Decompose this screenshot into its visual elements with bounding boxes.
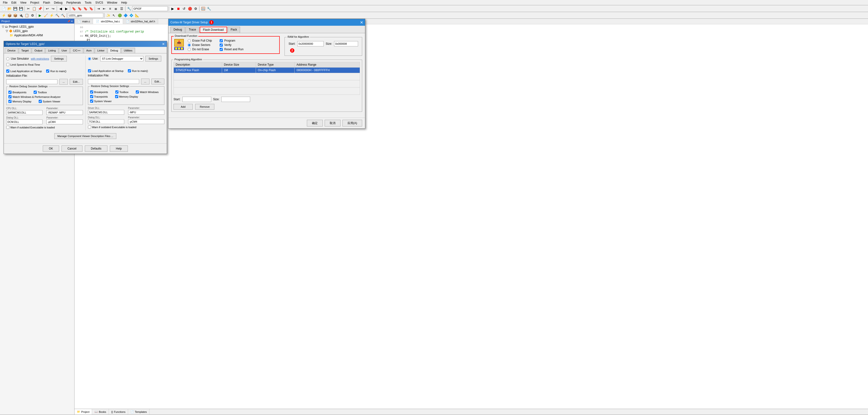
comp7-btn[interactable]: 🟢 xyxy=(117,13,122,18)
cut-btn[interactable]: ✂ xyxy=(26,6,31,11)
options-close-btn[interactable]: ✕ xyxy=(162,42,165,46)
format-btn[interactable]: ≡ xyxy=(107,6,113,11)
cortex-dialog[interactable]: Cortex-M Target Driver Setup 1 ✕ Debug T… xyxy=(168,19,365,129)
bookmark4-btn[interactable]: 🔖 xyxy=(88,6,94,11)
load-app2-check[interactable]: Load Application at Startup xyxy=(88,69,124,72)
options-tab-output[interactable]: Output xyxy=(32,48,45,53)
use-debugger-radio-input[interactable] xyxy=(88,57,91,60)
tab-hal-c[interactable]: 📄 stm32f4xx_hal.c xyxy=(93,19,123,24)
load-app-check[interactable]: Load Application at Startup xyxy=(6,69,42,72)
toolbox2-check[interactable]: Toolbox xyxy=(115,90,129,93)
init-file-input[interactable] xyxy=(6,79,57,84)
tab-main-c[interactable]: 📄 main.c xyxy=(74,19,93,24)
limit-speed-checkbox[interactable] xyxy=(6,63,9,66)
fwd-btn[interactable]: ▶ xyxy=(64,6,69,11)
algo-size-input[interactable] xyxy=(221,97,250,102)
simulator-radio-input[interactable] xyxy=(6,57,9,60)
system-viewer1-check[interactable]: System Viewer xyxy=(39,100,60,103)
cortex-apply-btn[interactable]: 应用(A) xyxy=(342,120,362,126)
options-tab-utilities[interactable]: Utilities xyxy=(121,48,135,53)
build-btn[interactable]: ▶ xyxy=(37,13,42,18)
init-browse2-btn[interactable]: ... xyxy=(141,79,150,84)
bookmark2-btn[interactable]: 🔖 xyxy=(77,6,82,11)
warn1-check[interactable]: Warn if outdated Executable is loaded xyxy=(6,126,55,129)
program-checkbox[interactable] xyxy=(220,39,223,42)
cortex-tab-pack[interactable]: Pack xyxy=(227,27,240,33)
comp4-btn[interactable]: 🔌 xyxy=(18,13,24,18)
options-cancel-btn[interactable]: Cancel xyxy=(62,145,83,152)
run-btn[interactable]: ▶ xyxy=(170,6,175,11)
breakpoints1-check[interactable]: Breakpoints xyxy=(8,91,26,94)
comp10-btn[interactable]: 📐 xyxy=(134,13,140,18)
comp8-btn[interactable]: 🔷 xyxy=(123,13,128,18)
dialog-dll-input[interactable] xyxy=(6,119,42,124)
watch-windows1-check[interactable]: Watch Windows & Performance Analyzer xyxy=(8,95,81,98)
manage-component-btn[interactable]: Manage Component Viewer Description File… xyxy=(54,133,117,139)
reset-run-check[interactable]: Reset and Run xyxy=(220,48,243,51)
magic-btn[interactable]: ✨ xyxy=(105,13,111,18)
warn2-check[interactable]: Warn if outdated Executable is loaded xyxy=(88,125,136,129)
indent-btn[interactable]: ⇥ xyxy=(96,6,101,11)
tree-app-item[interactable]: 📁 Application/MDK-ARM xyxy=(1,33,73,37)
open-btn[interactable]: 📂 xyxy=(7,6,12,11)
algo-remove-btn[interactable]: Remove xyxy=(195,104,214,110)
menu-peripherals[interactable]: Peripherals xyxy=(64,0,83,5)
cpu-dll2-input[interactable] xyxy=(88,110,124,115)
cortex-tab-debug[interactable]: Debug xyxy=(170,27,185,33)
stop-btn[interactable]: ⏹ xyxy=(176,6,181,11)
cortex-close-btn[interactable]: ✕ xyxy=(360,20,363,25)
memory-display1-check[interactable]: Memory Display xyxy=(8,100,31,103)
menu-svcs[interactable]: SVCS xyxy=(93,0,105,5)
menu-debug[interactable]: Debug xyxy=(52,0,64,5)
erase-sectors-radio[interactable]: Erase Sectors xyxy=(188,43,212,47)
cortex-tab-flash[interactable]: Flash Download xyxy=(200,27,227,33)
cortex-ok-btn[interactable]: 确定 xyxy=(307,120,323,126)
program-check[interactable]: Program xyxy=(220,39,243,42)
settings1-btn[interactable]: Settings xyxy=(51,56,67,62)
cpu-dll-input[interactable] xyxy=(6,110,42,115)
options-tab-target[interactable]: Target xyxy=(19,48,31,53)
options-tab-linker[interactable]: Linker xyxy=(95,48,107,53)
options-help-btn[interactable]: Help xyxy=(110,145,128,152)
memory-display2-check[interactable]: Memory Display xyxy=(115,95,138,98)
comp5-btn[interactable]: 📋 xyxy=(24,13,29,18)
use-simulator-radio[interactable]: Use Simulator xyxy=(6,57,29,60)
system-viewer2-check[interactable]: System Viewer xyxy=(90,99,112,103)
breakpoints2-check[interactable]: Breakpoints xyxy=(90,90,108,93)
reset-run-checkbox[interactable] xyxy=(220,48,223,51)
algo-add-btn[interactable]: Add xyxy=(174,104,193,110)
copy-btn[interactable]: 📋 xyxy=(31,6,37,11)
save-all-btn[interactable]: 💾 xyxy=(18,6,24,11)
tracepoints-check[interactable]: Tracepoints xyxy=(90,95,108,98)
paste-btn[interactable]: 📌 xyxy=(37,6,42,11)
bottom-tab-project[interactable]: 📁 Project xyxy=(74,409,92,415)
run-main-checkbox[interactable] xyxy=(46,69,49,72)
new-btn[interactable]: 📄 xyxy=(1,6,6,11)
redo-btn[interactable]: ↪ xyxy=(51,6,56,11)
tree-project-root[interactable]: ▽ 🗂 Project: LED1_gpio xyxy=(1,25,73,29)
menu-flash[interactable]: Flash xyxy=(41,0,52,5)
run-main-check[interactable]: Run to main() xyxy=(46,69,66,72)
tab-def-h[interactable]: 📄 stm32f4xx_hal_def.h xyxy=(123,19,158,24)
project-name-input[interactable] xyxy=(68,13,103,18)
debug-btn[interactable]: 🔴 xyxy=(187,6,192,11)
init-file2-input[interactable] xyxy=(88,79,139,84)
menu-window[interactable]: Window xyxy=(105,0,119,5)
menu-file[interactable]: File xyxy=(1,0,9,5)
dialog-param-input[interactable] xyxy=(46,119,83,124)
undo-btn[interactable]: ↩ xyxy=(45,6,50,11)
use-debugger-radio[interactable]: Use: xyxy=(88,57,98,60)
do-not-erase-input[interactable] xyxy=(188,48,191,51)
options-tab-device[interactable]: Device xyxy=(5,48,18,53)
ram-size-input[interactable] xyxy=(334,41,358,47)
run-main2-check[interactable]: Run to main() xyxy=(128,69,148,72)
ram-start-input[interactable] xyxy=(297,41,324,47)
chip-btn[interactable]: 🔧 xyxy=(126,6,132,11)
save-btn[interactable]: 💾 xyxy=(12,6,18,11)
options-tab-user[interactable]: User xyxy=(59,48,70,53)
build4-btn[interactable]: 🔨 xyxy=(60,13,66,18)
debugger-select[interactable]: ST-Link Debugger xyxy=(100,56,144,61)
comp9-btn[interactable]: 💠 xyxy=(129,13,134,18)
options-defaults-btn[interactable]: Defaults xyxy=(85,145,107,152)
unindent-btn[interactable]: ⇤ xyxy=(102,6,107,11)
